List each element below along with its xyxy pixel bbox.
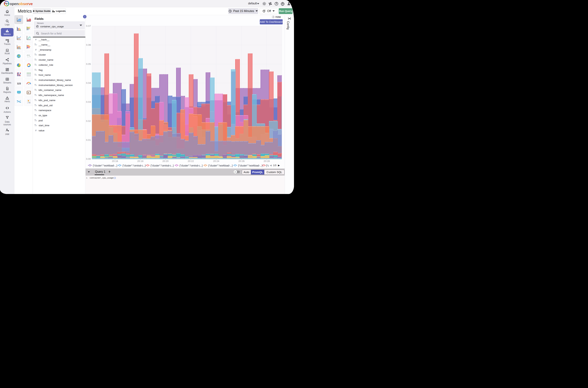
svg-text:?: ?	[33, 10, 34, 11]
svg-text:</>: </>	[18, 92, 20, 93]
svg-text:M↓: M↓	[28, 92, 30, 94]
svg-text:123: 123	[17, 82, 21, 85]
